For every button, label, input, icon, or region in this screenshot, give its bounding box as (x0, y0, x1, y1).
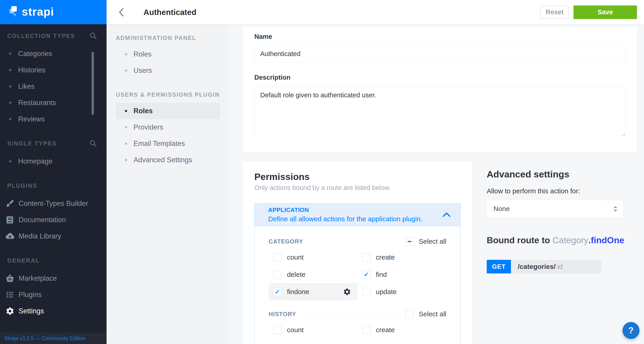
sidebar-item-marketplace[interactable]: Marketplace (0, 270, 106, 287)
permissions-card: Permissions Only actions bound by a rout… (242, 162, 472, 344)
name-label: Name (254, 33, 625, 40)
name-input[interactable] (254, 46, 625, 62)
subnav-item-roles[interactable]: Roles (116, 46, 220, 62)
reset-button[interactable]: Reset (540, 6, 569, 19)
bullet-icon (125, 53, 127, 55)
sidebar-section-header: COLLECTION TYPES (0, 33, 106, 39)
advanced-settings-title: Advanced settings (487, 169, 625, 180)
bullet-icon (9, 118, 11, 120)
permission-label: create (376, 326, 395, 334)
sidebar-item-label: Reviews (18, 115, 45, 123)
sidebar-section-header: GENERAL (0, 257, 106, 264)
bound-route-prefix: Bound route to (487, 235, 552, 245)
sidebar-item-likes[interactable]: Likes (0, 78, 106, 95)
help-button[interactable]: ? (622, 322, 640, 339)
strapi-logo[interactable]: strapi (0, 0, 106, 24)
bound-route-controller: Category (552, 235, 588, 245)
permission-row-update: update (358, 283, 446, 300)
sidebar-item-plugins[interactable]: Plugins (0, 287, 106, 303)
gear-icon[interactable] (343, 288, 351, 296)
checkbox-update[interactable] (362, 288, 370, 296)
permission-group-category: CATEGORYSelect allcountcreatedelete✓find… (268, 237, 446, 300)
permission-label: delete (287, 271, 306, 278)
sidebar-item-documentation[interactable]: Documentation (0, 212, 106, 228)
checkbox-count[interactable] (273, 326, 282, 334)
checkbox-delete[interactable] (273, 270, 282, 279)
book-icon (6, 215, 14, 224)
sidebar-item-restaurants[interactable]: Restaurants (0, 95, 106, 111)
sidebar-item-label: Likes (18, 82, 34, 91)
divider (310, 241, 399, 242)
bullet-icon (9, 69, 11, 71)
question-mark-icon: ? (628, 326, 634, 335)
sidebar-item-reviews[interactable]: Reviews (0, 111, 106, 127)
permission-row-count: count (268, 321, 358, 338)
sidebar-item-content-types-builder[interactable]: Content-Types Builder (0, 195, 106, 212)
sidebar-section-label: SINGLE TYPES (7, 140, 57, 147)
permission-groups: CATEGORYSelect allcountcreatedelete✓find… (254, 226, 460, 344)
select-all-checkbox[interactable] (405, 310, 414, 318)
search-icon[interactable] (89, 140, 97, 147)
subnav-group-label: USERS & PERMISSIONS PLUGIN (116, 92, 220, 98)
permission-label: findone (287, 288, 309, 296)
route-method-badge: GET (487, 260, 511, 273)
sidebar-item-settings[interactable]: Settings (0, 303, 106, 319)
description-label: Description (254, 74, 625, 81)
bullet-icon (9, 85, 11, 88)
checkbox-find[interactable]: ✓ (362, 270, 370, 279)
sidebar-item-histories[interactable]: Histories (0, 62, 106, 78)
select-all-checkbox[interactable] (405, 237, 414, 246)
sidebar-scrollbar[interactable] (92, 52, 94, 115)
save-button[interactable]: Save (574, 6, 637, 19)
subnav-item-label: Roles (134, 50, 152, 58)
list-icon (6, 290, 14, 299)
permission-row-create: create (358, 249, 446, 266)
strapi-version-link[interactable]: Strapi v3.2.5 — Community Edition (4, 335, 86, 341)
sidebar-item-homepage[interactable]: Homepage (0, 153, 106, 170)
subnav-item-label: Email Templates (134, 140, 185, 148)
select-all-history[interactable]: Select all (405, 310, 446, 318)
permission-group-name: CATEGORY (268, 238, 303, 245)
sidebar-item-label: Categories (18, 50, 52, 58)
subnav-group-administration-panel: ADMINISTRATION PANELRolesUsers (116, 35, 220, 79)
strapi-logo-text: strapi (22, 5, 54, 18)
permission-group-header: HISTORYSelect all (268, 309, 446, 318)
sidebar-item-label: Marketplace (18, 274, 57, 282)
select-all-label: Select all (419, 238, 446, 245)
search-icon[interactable] (89, 32, 97, 40)
subnav-item-email-templates[interactable]: Email Templates (116, 135, 220, 152)
permission-label: update (376, 288, 397, 296)
permission-row-delete: delete (268, 266, 358, 283)
plugin-accordion-header-application[interactable]: APPLICATION Define all allowed actions f… (254, 203, 460, 226)
description-textarea[interactable]: Default role given to authenticated user… (254, 87, 625, 136)
sidebar-item-categories[interactable]: Categories (0, 46, 106, 62)
subnav-item-advanced-settings[interactable]: Advanced Settings (116, 152, 220, 168)
subnav-item-label: Providers (134, 123, 163, 131)
subnav-group-label: ADMINISTRATION PANEL (116, 35, 220, 42)
page-title: Authenticated (144, 8, 196, 17)
checkbox-findone[interactable]: ✓ (273, 288, 282, 296)
allow-action-select[interactable]: None (487, 200, 623, 218)
select-all-label: Select all (419, 310, 446, 318)
settings-subnav: ADMINISTRATION PANELRolesUsersUSERS & PE… (106, 24, 228, 344)
checkbox-create[interactable] (362, 326, 370, 334)
allow-action-value: None (487, 205, 510, 213)
route-path-param: :id (556, 263, 563, 270)
subnav-item-label: Advanced Settings (134, 156, 192, 164)
subnav-item-roles[interactable]: Roles (116, 103, 220, 119)
chevron-up-icon (443, 212, 450, 217)
sidebar-section-plugins: PLUGINSContent-Types BuilderDocumentatio… (0, 182, 106, 244)
select-all-category[interactable]: Select all (405, 237, 446, 246)
checkbox-create[interactable] (362, 253, 370, 262)
back-button[interactable] (106, 0, 136, 24)
subnav-item-users[interactable]: Users (116, 62, 220, 79)
permission-row-create: create (358, 321, 446, 338)
permission-grid: countcreate (268, 321, 446, 338)
sidebar-item-media-library[interactable]: Media Library (0, 228, 106, 244)
indeterminate-dash-icon (408, 241, 412, 242)
bullet-icon (9, 53, 11, 55)
sidebar-item-label: Restaurants (18, 99, 56, 107)
main-sidebar: strapi COLLECTION TYPESCategoriesHistori… (0, 0, 106, 344)
subnav-item-providers[interactable]: Providers (116, 119, 220, 135)
checkbox-count[interactable] (273, 253, 282, 262)
